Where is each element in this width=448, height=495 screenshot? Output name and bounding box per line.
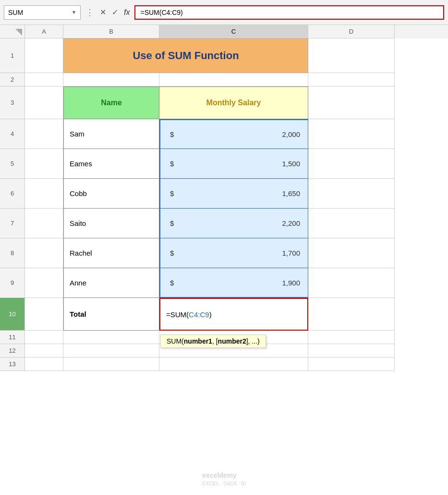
cell-B6[interactable]: Cobb [63,179,159,209]
name-box[interactable]: SUM ▼ [4,5,81,20]
cell-C10[interactable]: =SUM(C4:C9) SUM(number1, [number2], ...) [159,298,308,331]
watermark-subtitle: EXCEL · DATA · BI [202,481,246,486]
formula-input[interactable]: =SUM(C4:C9) [134,5,444,20]
row-10: 10 Total =SUM(C4:C9) SUM(number1, [numbe… [0,298,448,331]
cell-D3[interactable] [308,87,395,119]
cell-B9[interactable]: Anne [63,268,159,298]
cell-A5[interactable] [25,149,63,179]
cell-C3-header[interactable]: Monthly Salary [159,87,308,119]
cell-A6[interactable] [25,179,63,209]
corner-cell [0,25,25,38]
row-7: 7 Saito $ 2,200 [0,209,448,238]
cell-B12[interactable] [63,344,159,358]
cell-B11[interactable] [63,331,159,344]
row-header-8[interactable]: 8 [0,238,25,268]
row-3: 3 Name Monthly Salary [0,87,448,119]
cell-A12[interactable] [25,344,63,358]
cell-C7[interactable]: $ 2,200 [159,209,308,238]
name-box-dropdown-icon[interactable]: ▼ [72,10,76,15]
cell-A10[interactable] [25,298,63,331]
row-header-5[interactable]: 5 [0,149,25,179]
cell-C13[interactable] [159,358,308,371]
row-2: 2 [0,73,448,87]
watermark-logo-svg: exceldemy [203,470,246,480]
cell-C2[interactable] [159,73,308,87]
row-header-6[interactable]: 6 [0,179,25,209]
formula-cell-content: =SUM(C4:C9) [166,310,212,319]
row-header-12[interactable]: 12 [0,344,25,358]
spreadsheet: A B C D 1 Use of SUM Function 2 [0,25,448,495]
title-text: Use of SUM Function [133,50,239,62]
col-header-A[interactable]: A [25,25,63,38]
cell-D5[interactable] [308,149,395,179]
row-header-7[interactable]: 7 [0,209,25,238]
col-header-B[interactable]: B [63,25,159,38]
cell-A1[interactable] [25,38,63,73]
row-header-13[interactable]: 13 [0,358,25,371]
cell-C5[interactable]: $ 1,500 [159,149,308,179]
cell-A4[interactable] [25,119,63,149]
cell-D13[interactable] [308,358,395,371]
grid-body: 1 Use of SUM Function 2 3 Name Monthly S… [0,38,448,371]
cell-B10[interactable]: Total [63,298,159,331]
col-header-C[interactable]: C [159,25,308,38]
confirm-formula-icon[interactable]: ✓ [112,8,118,17]
cell-A7[interactable] [25,209,63,238]
cell-D2[interactable] [308,73,395,87]
name-box-value: SUM [8,9,72,16]
cell-B4[interactable]: Sam [63,119,159,149]
cell-A13[interactable] [25,358,63,371]
row-1: 1 Use of SUM Function [0,38,448,73]
row-header-2[interactable]: 2 [0,73,25,87]
row-5: 5 Eames $ 1,500 [0,149,448,179]
cell-B13[interactable] [63,358,159,371]
cell-C4[interactable]: $ 2,000 [159,119,308,149]
cell-A2[interactable] [25,73,63,87]
row-header-3[interactable]: 3 [0,87,25,119]
formula-text: =SUM(C4:C9) [140,9,182,16]
row-13: 13 [0,358,448,371]
cancel-formula-icon[interactable]: ✕ [100,8,106,17]
cell-C6[interactable]: $ 1,650 [159,179,308,209]
row-4: 4 Sam $ 2,000 [0,119,448,149]
cell-B3-header[interactable]: Name [63,87,159,119]
svg-marker-0 [15,29,22,36]
row-header-11[interactable]: 11 [0,331,25,344]
fx-icon[interactable]: fx [124,8,130,17]
svg-text:exceldemy: exceldemy [203,471,237,479]
column-headers: A B C D [0,25,448,38]
cell-C9[interactable]: $ 1,900 [159,268,308,298]
cell-D8[interactable] [308,238,395,268]
header-name-label: Name [101,99,122,107]
cell-A8[interactable] [25,238,63,268]
cell-D9[interactable] [308,268,395,298]
cell-A11[interactable] [25,331,63,344]
cell-D1[interactable] [308,38,395,73]
cell-D7[interactable] [308,209,395,238]
cell-A9[interactable] [25,268,63,298]
row-9: 9 Anne $ 1,900 [0,268,448,298]
cell-D6[interactable] [308,179,395,209]
cell-C8[interactable]: $ 1,700 [159,238,308,268]
cell-D11[interactable] [308,331,395,344]
row-header-1[interactable]: 1 [0,38,25,73]
col-header-D[interactable]: D [308,25,395,38]
watermark: exceldemy EXCEL · DATA · BI [202,470,246,486]
formula-tooltip: SUM(number1, [number2], ...) [160,334,266,348]
cell-B1-C1-merged[interactable]: Use of SUM Function [63,38,308,73]
cell-B5[interactable]: Eames [63,149,159,179]
row-header-10[interactable]: 10 [0,298,25,331]
row-header-9[interactable]: 9 [0,268,25,298]
cell-D4[interactable] [308,119,395,149]
cell-D12[interactable] [308,344,395,358]
formula-bar: SUM ▼ ⋮ ✕ ✓ fx =SUM(C4:C9) [0,0,448,25]
cell-B7[interactable]: Saito [63,209,159,238]
cell-D10[interactable] [308,298,395,331]
row-8: 8 Rachel $ 1,700 [0,238,448,268]
cell-A3[interactable] [25,87,63,119]
cell-B8[interactable]: Rachel [63,238,159,268]
row-header-4[interactable]: 4 [0,119,25,149]
cell-B2[interactable] [63,73,159,87]
header-salary-label: Monthly Salary [206,99,261,107]
formula-bar-separator: ⋮ [84,7,97,18]
